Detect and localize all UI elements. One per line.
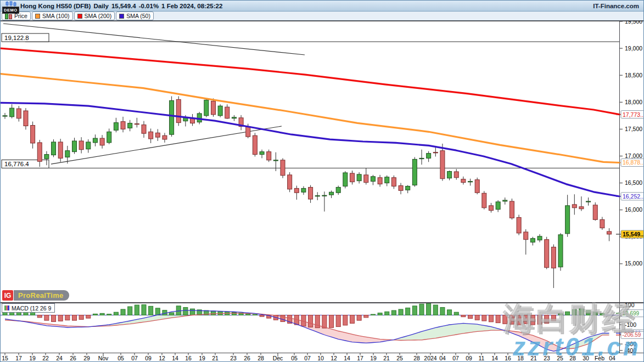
macd-histogram-bar <box>128 307 132 315</box>
chart-canvas[interactable]: 19,122.816,776.419,50019,00018,50018,000… <box>1 1 644 362</box>
macd-histogram-bar <box>79 315 83 320</box>
macd-histogram-bar <box>419 304 424 315</box>
legend-bar: Price SMA (100) SMA (200) SMA (50) <box>1 12 643 21</box>
macd-histogram-bar <box>191 309 195 315</box>
macd-histogram-bar <box>551 315 556 321</box>
candle <box>3 116 7 116</box>
sma100-price-tag-text: 16,878.. <box>623 159 643 166</box>
macd-histogram-bar <box>489 315 494 322</box>
candle <box>482 193 486 208</box>
date-tick-label: 21 <box>383 355 390 361</box>
legend-sma200-label: SMA (200) <box>85 13 112 19</box>
date-tick-label: 04 <box>439 355 446 361</box>
candle <box>600 219 604 228</box>
macd-histogram-bar <box>440 307 445 315</box>
date-tick-label: 28 <box>569 355 576 361</box>
macd-histogram-bar <box>329 315 334 328</box>
date-tick-label: 09 <box>145 355 152 361</box>
level-label-text: 19,122.8 <box>4 35 29 41</box>
date-tick-label: 21 <box>212 355 219 361</box>
candle <box>454 172 458 178</box>
macd-histogram-bar <box>121 309 125 315</box>
candle <box>58 142 63 158</box>
candle <box>545 240 549 268</box>
candle <box>10 108 14 117</box>
date-tick-label: 09 <box>466 355 472 361</box>
candle <box>565 206 570 234</box>
date-tick-label: 04 <box>609 355 615 361</box>
demo-area: DEMO <box>2 1 19 13</box>
macd-histogram-bar <box>65 315 70 320</box>
candle <box>309 187 313 199</box>
macd-tick-label: -400 <box>625 347 636 354</box>
date-tick-label: 05 <box>117 355 124 361</box>
candle <box>114 123 118 131</box>
candle <box>294 188 299 193</box>
candle <box>149 132 153 139</box>
macd-histogram-bar <box>461 315 466 317</box>
sma200-price-tag-text: 17,773.. <box>623 111 643 118</box>
macd-histogram-bar <box>170 313 174 315</box>
date-tick-label: 25 <box>396 355 403 361</box>
date-tick-label: 19 <box>199 355 205 361</box>
date-tick-label: 21 <box>530 355 537 361</box>
date-tick-label: 26 <box>70 355 76 361</box>
date-tick-label: 16 <box>185 355 192 361</box>
legend-chip-sma50[interactable]: SMA (50) <box>116 12 154 20</box>
prorealtime-logo[interactable]: IG ProRealTime <box>2 290 69 301</box>
date-tick-label: 16 <box>505 355 511 361</box>
macd-histogram-bar <box>406 308 410 315</box>
macd-histogram-bar <box>385 312 389 315</box>
candle <box>37 143 42 161</box>
candle <box>586 201 591 202</box>
candle <box>378 178 382 184</box>
macd-histogram-bar <box>357 315 361 321</box>
candle <box>496 202 500 210</box>
macd-histogram-bar <box>503 315 507 324</box>
date-tick-label: 14 <box>344 355 350 361</box>
date-tick-label: 22 <box>42 355 49 361</box>
legend-chip-sma200[interactable]: SMA (200) <box>74 12 115 20</box>
legend-chip-sma100[interactable]: SMA (100) <box>32 12 73 20</box>
macd-histogram-bar <box>517 315 521 325</box>
price-pane[interactable] <box>1 21 619 302</box>
macd-histogram-bar <box>135 305 139 315</box>
candle <box>447 171 452 178</box>
macd-histogram-bar <box>107 314 111 315</box>
macd-histogram-bar <box>44 315 49 321</box>
date-tick-label: 07 <box>131 355 138 361</box>
macd-histogram-bar <box>447 310 452 315</box>
macd-indicator-chip[interactable]: MACD (12 26 9 <box>2 303 55 313</box>
candle <box>16 109 21 118</box>
candle <box>204 100 209 115</box>
candle <box>163 135 167 139</box>
date-tick-label: 14 <box>172 355 178 361</box>
macd-histogram-bar <box>572 309 576 315</box>
it-finance-brand: IT-Finance.com <box>593 3 639 9</box>
macd-histogram-bar <box>537 315 542 325</box>
date-tick-label: Nov <box>98 355 109 361</box>
candle <box>579 207 584 209</box>
macd-histogram-bar <box>100 313 104 315</box>
candle <box>558 235 563 267</box>
chart-window: 19,122.816,776.419,50019,00018,50018,000… <box>0 0 644 362</box>
candle <box>79 141 83 150</box>
price-series-icon <box>5 13 12 19</box>
candle <box>273 160 278 161</box>
candle <box>572 205 576 208</box>
legend-sma50-label: SMA (50) <box>126 13 150 19</box>
macd-histogram-bar <box>58 315 63 321</box>
macd-histogram-bar <box>482 315 486 321</box>
date-tick-label: 23 <box>230 355 237 361</box>
date-tick-label: 29 <box>83 355 90 361</box>
candle <box>475 180 479 193</box>
date-tick-label: 12 <box>331 355 337 361</box>
chart-title: Hong Kong HS50 (DFB)Daily15,549.4-0.01%1… <box>20 3 225 9</box>
candle <box>170 100 174 134</box>
candle <box>315 196 320 196</box>
sma200-swatch-icon <box>77 14 82 19</box>
macd-histogram-bar <box>322 315 327 329</box>
date-tick-label: 23 <box>544 355 550 361</box>
date-tick-label: 28 <box>413 355 420 361</box>
candle <box>135 124 139 125</box>
